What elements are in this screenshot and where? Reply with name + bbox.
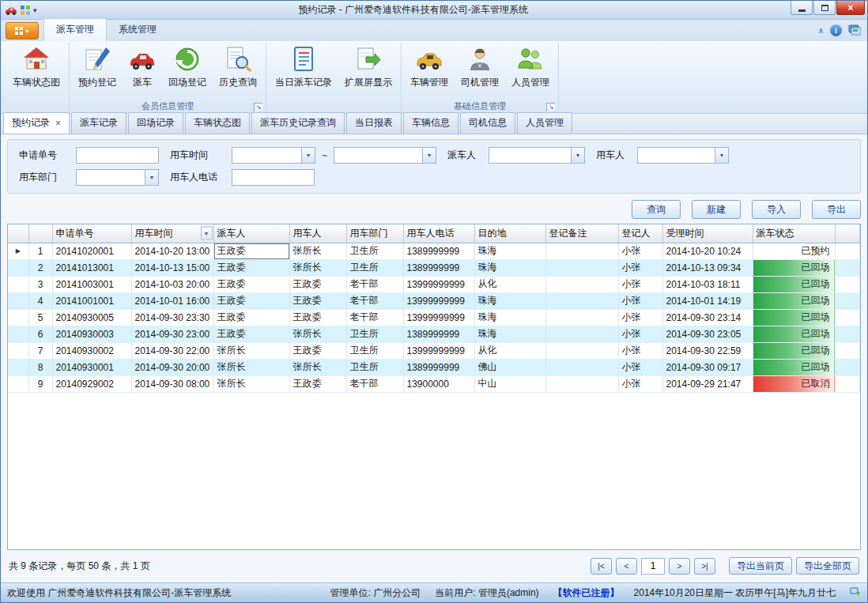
row-number[interactable]: 9 xyxy=(28,375,52,392)
minimize-button[interactable] xyxy=(791,1,813,15)
table-row[interactable]: 4201410010012014-10-01 16:00王政委王政委老干部139… xyxy=(8,292,860,309)
maximize-button[interactable] xyxy=(813,1,836,15)
grid-cell[interactable]: 珠海 xyxy=(474,309,545,326)
grid-cell[interactable]: 2014-09-30 23:00 xyxy=(131,326,213,342)
prev-page-button[interactable]: < xyxy=(616,558,637,575)
grid-cell[interactable]: 从化 xyxy=(474,276,545,292)
row-indicator[interactable] xyxy=(8,326,28,342)
grid-cell[interactable]: 从化 xyxy=(474,342,545,359)
table-row[interactable]: ▶1201410200012014-10-20 13:00王政委张所长卫生所13… xyxy=(8,243,860,259)
vehicle-management-button[interactable]: 车辆管理 xyxy=(404,43,455,91)
dialog-launcher-icon[interactable]: ↘ xyxy=(546,103,555,111)
grid-cell[interactable]: 小张 xyxy=(618,375,662,392)
row-indicator[interactable] xyxy=(8,375,28,392)
grid-cell[interactable]: 张所长 xyxy=(213,375,289,392)
table-row[interactable]: 3201410030012014-10-03 20:00王政委王政委老干部139… xyxy=(8,276,860,292)
tab-daily-report[interactable]: 当日报表 xyxy=(346,112,402,134)
grid-cell[interactable]: 张所长 xyxy=(289,243,346,259)
grid-cell[interactable]: 20141003001 xyxy=(52,276,131,292)
tab-system-management[interactable]: 系统管理 xyxy=(107,19,168,41)
grid-cell[interactable]: 2014-10-03 18:11 xyxy=(662,276,753,292)
grid-cell[interactable]: 小张 xyxy=(618,359,662,375)
row-number[interactable]: 6 xyxy=(28,326,52,342)
grid-cell[interactable]: 已回场 xyxy=(753,359,835,375)
next-page-button[interactable]: > xyxy=(669,558,690,575)
grid-cell[interactable]: 张所长 xyxy=(289,326,346,342)
export-button[interactable]: 导出 xyxy=(812,200,861,219)
grid-cell[interactable]: 王政委 xyxy=(289,276,346,292)
grid-cell[interactable]: 2014-10-01 14:19 xyxy=(662,292,753,309)
grid-cell[interactable]: 小张 xyxy=(618,309,662,326)
daily-dispatch-record-button[interactable]: 当日派车记录 xyxy=(269,43,338,91)
grid-cell[interactable]: 珠海 xyxy=(474,259,545,276)
grid-cell[interactable]: 13900000 xyxy=(403,375,474,392)
grid-cell[interactable]: 王政委 xyxy=(289,309,346,326)
grid-cell[interactable]: 已回场 xyxy=(753,276,835,292)
export-all-pages-button[interactable]: 导出全部页 xyxy=(796,557,859,575)
tab-return-records[interactable]: 回场记录 xyxy=(128,112,183,134)
vehicle-status-map-button[interactable]: 车辆状态图 xyxy=(6,43,66,91)
app-menu-button[interactable]: ▾ xyxy=(6,22,39,40)
tab-personnel-management[interactable]: 人员管理 xyxy=(517,112,572,134)
grid-cell[interactable]: 2014-09-30 22:00 xyxy=(131,342,213,359)
row-indicator[interactable] xyxy=(8,359,28,375)
col-header-destination[interactable]: 目的地 xyxy=(474,224,545,243)
grid-cell[interactable]: 张所长 xyxy=(289,259,346,276)
grid-cell[interactable]: 佛山 xyxy=(474,359,545,375)
grid-cell[interactable]: 中山 xyxy=(474,375,545,392)
phone-input[interactable] xyxy=(232,169,315,186)
grid-cell[interactable]: 卫生所 xyxy=(346,359,403,375)
row-number[interactable]: 2 xyxy=(28,259,52,276)
tab-driver-info[interactable]: 司机信息 xyxy=(460,112,515,134)
grid-cell[interactable]: 13999999999 xyxy=(403,292,474,309)
filter-dropdown-icon[interactable]: ▼ xyxy=(201,227,213,240)
tab-dispatch-history-query[interactable]: 派车历史记录查询 xyxy=(251,112,345,134)
grid-cell[interactable]: 2014-09-30 20:00 xyxy=(131,359,213,375)
grid-cell[interactable]: 13999999999 xyxy=(403,276,474,292)
col-header-user[interactable]: 用车人 xyxy=(289,224,346,243)
row-number[interactable]: 3 xyxy=(28,276,52,292)
chevron-down-icon[interactable]: ▼ xyxy=(145,170,158,185)
col-header-remark[interactable]: 登记备注 xyxy=(545,224,618,243)
collapse-ribbon-icon[interactable]: ∧ xyxy=(818,26,824,35)
grid-cell[interactable]: 20141001001 xyxy=(52,292,131,309)
chevron-down-icon[interactable]: ▼ xyxy=(715,148,728,163)
grid-cell[interactable] xyxy=(545,276,618,292)
history-query-button[interactable]: 历史查询 xyxy=(213,43,263,91)
row-indicator[interactable] xyxy=(8,342,28,359)
grid-cell[interactable] xyxy=(545,292,618,309)
grid-cell[interactable]: 2014-09-30 23:14 xyxy=(662,309,753,326)
grid-cell[interactable]: 20140930003 xyxy=(52,326,131,342)
close-button[interactable]: × xyxy=(836,1,865,15)
grid-cell[interactable]: 20140930001 xyxy=(52,359,131,375)
grid-cell[interactable]: 小张 xyxy=(618,276,662,292)
export-current-page-button[interactable]: 导出当前页 xyxy=(729,557,792,575)
grid-cell[interactable]: 1389999999 xyxy=(403,359,474,375)
grid-cell[interactable]: 老干部 xyxy=(346,292,403,309)
grid-cell[interactable]: 2014-10-20 13:00 xyxy=(131,243,213,259)
apply-no-input[interactable] xyxy=(76,147,159,164)
grid-cell[interactable]: 2014-10-13 09:34 xyxy=(662,259,753,276)
grid-cell[interactable]: 王政委 xyxy=(289,375,346,392)
grid-cell[interactable]: 2014-10-01 16:00 xyxy=(131,292,213,309)
row-number[interactable]: 8 xyxy=(28,359,52,375)
row-indicator[interactable] xyxy=(8,309,28,326)
dialog-launcher-icon[interactable]: ↘ xyxy=(254,103,262,111)
grid-cell[interactable]: 卫生所 xyxy=(346,243,403,259)
row-indicator[interactable] xyxy=(8,259,28,276)
grid-cell[interactable]: 张所长 xyxy=(213,342,289,359)
last-page-button[interactable]: >| xyxy=(694,558,715,575)
close-icon[interactable]: × xyxy=(55,119,61,127)
tab-dispatch-management[interactable]: 派车管理 xyxy=(43,18,107,41)
grid-cell[interactable]: 20140930002 xyxy=(52,342,131,359)
grid-cell[interactable] xyxy=(545,326,618,342)
grid-cell[interactable]: 珠海 xyxy=(474,243,545,259)
col-header-apply-no[interactable]: 申请单号 xyxy=(52,224,131,243)
grid-cell[interactable]: 王政委 xyxy=(289,342,346,359)
grid-cell[interactable]: 已预约 xyxy=(753,243,835,259)
grid-cell[interactable]: 王政委 xyxy=(213,259,289,276)
grid-cell[interactable]: 已回场 xyxy=(753,259,835,276)
grid-cell[interactable]: 老干部 xyxy=(346,276,403,292)
dept-combo[interactable]: ▼ xyxy=(76,169,159,186)
reservation-register-button[interactable]: 预约登记 xyxy=(72,43,123,91)
